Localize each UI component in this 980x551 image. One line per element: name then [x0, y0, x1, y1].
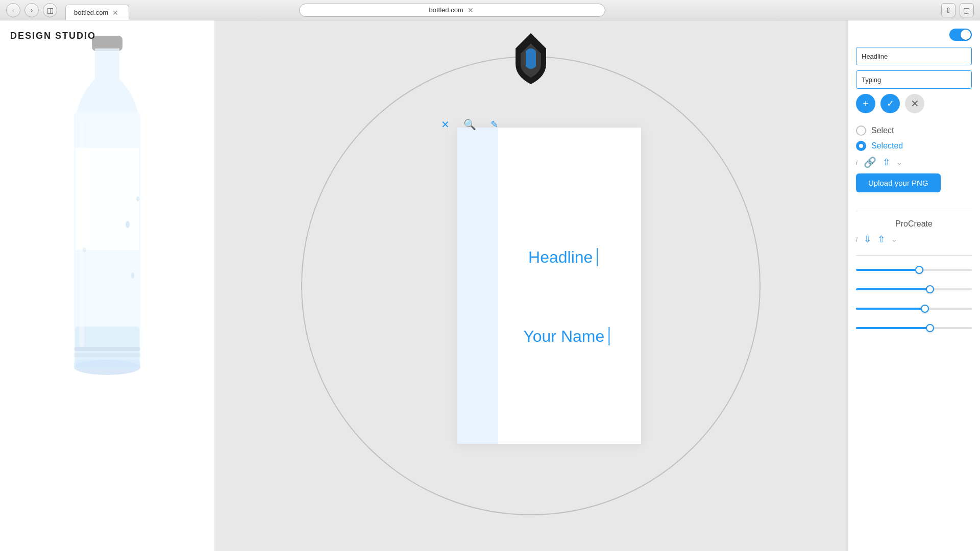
- search-icon: 🔍: [463, 118, 476, 131]
- svg-rect-13: [74, 353, 140, 357]
- svg-point-11: [83, 247, 86, 253]
- selected-label: Selected: [871, 141, 903, 151]
- x-icon: ✕: [911, 97, 919, 110]
- select-option[interactable]: Select: [856, 126, 972, 136]
- back-button[interactable]: ‹: [6, 3, 20, 17]
- select-radio[interactable]: [856, 126, 866, 136]
- close-toolbar-button[interactable]: ✕: [437, 116, 453, 133]
- procreate-chevron-icon[interactable]: ⌄: [891, 235, 897, 243]
- bottle-image: [46, 20, 168, 480]
- svg-rect-6: [74, 360, 140, 370]
- expand-button[interactable]: ◫: [43, 3, 57, 17]
- text-cursor-2: [608, 327, 609, 345]
- share-button[interactable]: ⇧: [941, 3, 955, 17]
- svg-rect-1: [95, 48, 119, 79]
- divider-2: [856, 255, 972, 256]
- toggle-row: [856, 29, 972, 41]
- divider-1: [856, 211, 972, 211]
- slider-row-3: [856, 303, 972, 315]
- tab-close-button[interactable]: ✕: [110, 8, 120, 18]
- right-panel: + ✓ ✕ Select Selected i 🔗 ⇧ ⌄: [847, 20, 980, 551]
- headline-input[interactable]: [856, 47, 972, 65]
- procreate-upload-icon[interactable]: ⇧: [877, 234, 885, 245]
- svg-point-8: [126, 221, 130, 228]
- svg-rect-12: [74, 347, 140, 351]
- close-icon: ✕: [441, 118, 450, 131]
- icon-row-1: i 🔗 ⇧ ⌄: [856, 156, 972, 168]
- canvas-toolbar: ✕ 🔍 ✎: [429, 112, 510, 137]
- pencil-toolbar-button[interactable]: ✎: [486, 116, 502, 133]
- upload-png-button[interactable]: Upload your PNG: [856, 173, 941, 192]
- label-blue-side: [457, 128, 498, 444]
- action-buttons-row: + ✓ ✕: [856, 94, 972, 113]
- canvas-area: ✕ 🔍 ✎ Headline Your Name: [214, 20, 847, 551]
- slider-1[interactable]: [856, 269, 972, 271]
- label-yourname-text: Your Name: [523, 327, 609, 346]
- tab-label: bottled.com: [74, 9, 108, 16]
- toggle-switch[interactable]: [949, 29, 972, 41]
- slider-4[interactable]: [856, 327, 972, 329]
- selected-option[interactable]: Selected: [856, 141, 972, 151]
- slider-3[interactable]: [856, 308, 972, 310]
- slider-row-4: [856, 322, 972, 334]
- active-tab[interactable]: bottled.com ✕: [65, 5, 129, 20]
- link-icon[interactable]: 🔗: [864, 156, 876, 168]
- select-label: Select: [871, 126, 894, 135]
- search-toolbar-button[interactable]: 🔍: [461, 116, 478, 133]
- address-bar[interactable]: bottled.com ✕: [299, 4, 605, 17]
- radio-inner: [859, 144, 863, 148]
- chevron-down-icon[interactable]: ⌄: [896, 158, 902, 166]
- new-tab-button[interactable]: ▢: [960, 3, 974, 17]
- slider-2[interactable]: [856, 288, 972, 290]
- address-bar-close[interactable]: ✕: [465, 5, 476, 15]
- pencil-icon: ✎: [491, 119, 498, 130]
- tab-bar: bottled.com ✕: [65, 0, 129, 20]
- typing-input[interactable]: [856, 70, 972, 89]
- bottle-background: DESIGN STUDIO: [0, 20, 214, 551]
- toggle-knob: [961, 30, 971, 40]
- browser-actions: ⇧ ▢: [941, 3, 974, 17]
- logo-area: [508, 31, 554, 89]
- plus-icon: +: [863, 98, 869, 110]
- confirm-button[interactable]: ✓: [880, 94, 900, 113]
- add-button[interactable]: +: [856, 94, 875, 113]
- forward-button[interactable]: ›: [24, 3, 39, 17]
- svg-rect-7: [79, 122, 84, 347]
- brand-logo: [508, 31, 554, 87]
- selected-radio[interactable]: [856, 141, 866, 151]
- brand-label: DESIGN STUDIO: [10, 31, 96, 41]
- procreate-icon-row: i ⇩ ⇧ ⌄: [856, 234, 972, 245]
- download-icon[interactable]: ⇩: [864, 234, 871, 245]
- info-icon: i: [856, 159, 857, 166]
- url-text: bottled.com: [429, 6, 463, 14]
- slider-row-1: [856, 264, 972, 276]
- svg-point-9: [136, 196, 139, 202]
- cancel-button[interactable]: ✕: [905, 94, 924, 113]
- left-panel: DESIGN STUDIO: [0, 20, 214, 551]
- procreate-info-icon: i: [856, 236, 857, 243]
- procreate-label: ProCreate: [856, 219, 972, 229]
- main-content: DESIGN STUDIO: [0, 20, 980, 551]
- svg-point-10: [131, 272, 134, 279]
- slider-row-2: [856, 283, 972, 295]
- text-cursor: [597, 248, 598, 266]
- upload-arrow-icon[interactable]: ⇧: [883, 157, 890, 168]
- label-headline-text: Headline: [528, 248, 598, 267]
- check-icon: ✓: [887, 98, 894, 109]
- label-document: Headline Your Name: [457, 128, 641, 444]
- svg-rect-3: [76, 148, 139, 250]
- browser-chrome: ‹ › ◫ bottled.com ✕ bottled.com ✕ ⇧ ▢: [0, 0, 980, 20]
